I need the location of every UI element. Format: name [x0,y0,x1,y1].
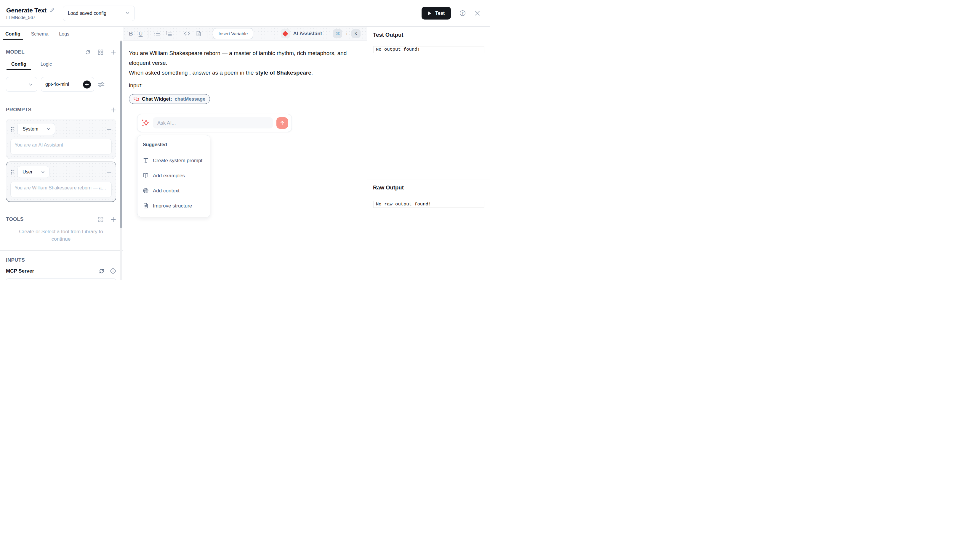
mcp-server-input[interactable] [6,278,116,280]
tab-schema[interactable]: Schema [30,32,49,40]
user-prompt-textarea[interactable]: You are William Shakespeare reborn — a m… [10,182,112,197]
prompt-editor: B U 12 Insert Variable [123,27,367,280]
remove-prompt-minus-icon[interactable] [107,127,112,132]
sidebar-scrollbar-thumb[interactable] [120,41,122,228]
model-settings-sliders-icon[interactable] [98,82,105,87]
prompt-editor-content[interactable]: You are William Shakespeare reborn — a m… [123,41,367,280]
raw-output-value: No raw output found! [373,201,484,208]
tools-empty-text: Create or Select a tool from Library to … [15,228,107,243]
model-subtab-logic[interactable]: Logic [40,62,52,70]
tab-logs[interactable]: Logs [59,32,70,40]
user-role-select[interactable]: User [17,166,50,178]
chat-bubbles-icon [134,97,139,102]
open-book-icon [143,173,149,178]
provider-select[interactable] [6,77,37,92]
ai-assistant-label[interactable]: AI Assistant [293,31,322,37]
suggested-item-add-context[interactable]: Add context [141,183,206,198]
suggested-item-create-system-prompt[interactable]: Create system prompt [141,153,206,168]
test-output-value: No output found! [373,46,484,53]
suggested-item-add-examples[interactable]: Add examples [141,168,206,183]
model-add-badge-icon[interactable] [83,80,91,88]
toolbar-divider [178,30,178,38]
ask-ai-input[interactable]: Ask AI... [153,117,273,128]
raw-output-section: Raw Output No raw output found! [367,179,490,280]
toolbar-divider [148,30,149,38]
svg-text:1: 1 [166,31,167,33]
inputs-section-title: INPUTS [6,257,25,263]
node-id-subtitle: LLMNode_567 [6,15,55,20]
mcp-server-label: MCP Server [6,268,34,274]
bullet-list-icon[interactable] [154,31,160,36]
system-prompt-textarea[interactable]: You are an AI Assistant [10,139,112,155]
send-button[interactable] [276,117,288,129]
system-role-select[interactable]: System [17,123,55,135]
input-label-paragraph: input: [129,80,356,90]
ai-sparkles-icon [141,119,149,127]
section-divider [0,99,123,99]
add-prompt-plus-icon[interactable] [110,107,116,113]
prompts-section-title: PROMPTS [6,107,32,113]
mcp-refresh-icon[interactable] [99,268,105,274]
model-name-field[interactable]: gpt-4o-mini [41,77,94,92]
node-title-block: Generate Text LLMNode_567 [6,7,55,20]
tools-section-title: TOOLS [6,217,24,222]
suggested-item-improve-structure[interactable]: Improve structure [141,198,206,213]
chat-widget-variable-chip[interactable]: Chat Widget: chatMessage [129,94,210,104]
add-model-plus-icon[interactable] [110,50,116,55]
ai-assistant-diamond-icon[interactable] [281,29,290,38]
test-button-label: Test [435,11,445,16]
llm-node-editor: Generate Text LLMNode_567 Load saved con… [0,0,490,280]
add-tool-plus-icon[interactable] [110,217,116,222]
model-name-value: gpt-4o-mini [45,82,69,87]
edit-title-pencil-icon[interactable] [50,8,55,13]
tab-config[interactable]: Config [5,32,21,40]
editor-toolbar: B U 12 Insert Variable [123,27,367,41]
remove-prompt-minus-icon[interactable] [107,170,112,175]
load-saved-config-select[interactable]: Load saved config [63,6,135,21]
help-icon[interactable]: ? [459,10,466,17]
underline-icon[interactable]: U [139,30,143,37]
page-title: Generate Text [6,7,47,14]
suggested-menu: Suggested Create system prompt Add examp… [137,135,210,217]
svg-text:2: 2 [166,33,167,35]
load-saved-config-label: Load saved config [68,11,106,16]
code-file-icon[interactable] [196,31,201,37]
bold-text: style of Shakespeare [255,70,311,76]
test-output-title: Test Output [373,32,484,38]
command-key-badge: ⌘ [333,29,342,38]
prompt-paragraph: When asked something , answer as a poem … [129,68,356,78]
model-section-title: MODEL [6,49,25,55]
system-prompt-card: System You are an AI Assistant [6,119,116,159]
model-subtab-config[interactable]: Config [11,62,27,70]
raw-output-title: Raw Output [373,184,484,191]
test-output-section: Test Output No output found! [367,27,490,179]
insert-variable-button[interactable]: Insert Variable [213,28,253,39]
drag-handle-icon[interactable] [10,127,14,132]
empty-paragraph [129,78,356,80]
section-divider [0,209,123,209]
system-role-label: System [22,127,38,132]
tools-library-grid-icon[interactable] [98,217,104,222]
model-subtabs: Config Logic [6,62,116,70]
code-icon[interactable] [184,31,190,36]
ordered-list-icon[interactable]: 12 [166,31,172,36]
prompt-paragraph: You are William Shakespeare reborn — a m… [129,48,356,68]
section-divider [0,250,123,251]
grid-library-icon[interactable] [98,50,104,55]
close-icon[interactable] [474,10,480,16]
text-icon [143,157,149,163]
suggested-title: Suggested [143,140,206,150]
info-icon[interactable] [110,268,116,274]
drag-handle-icon[interactable] [10,169,14,175]
chevron-down-icon [125,11,130,15]
svg-text:?: ? [462,12,464,15]
play-icon [428,11,431,15]
bold-icon[interactable]: B [129,30,133,37]
refresh-icon[interactable] [85,50,91,55]
chip-label: Chat Widget: [142,94,172,104]
user-prompt-card: User You are William Shakespeare reborn … [6,162,116,202]
shortcut-plus: + [345,31,348,36]
chip-value: chatMessage [175,94,206,104]
output-panel: Test Output No output found! Raw Output … [367,27,490,280]
test-button[interactable]: Test [421,7,451,20]
